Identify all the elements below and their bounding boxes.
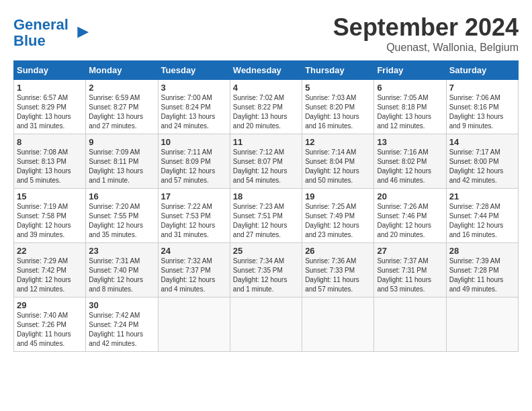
calendar-cell: 14Sunrise: 7:17 AM Sunset: 8:00 PM Dayli…	[446, 134, 518, 189]
day-info: Sunrise: 7:20 AM Sunset: 7:55 PM Dayligh…	[89, 202, 154, 240]
day-number: 14	[449, 137, 515, 147]
calendar-cell: 13Sunrise: 7:16 AM Sunset: 8:02 PM Dayli…	[374, 134, 446, 189]
day-number: 30	[89, 300, 154, 310]
day-number: 1	[17, 83, 83, 93]
header-tuesday: Tuesday	[158, 61, 230, 80]
day-info: Sunrise: 7:36 AM Sunset: 7:33 PM Dayligh…	[305, 257, 371, 294]
day-number: 12	[305, 137, 371, 147]
svg-marker-0	[77, 27, 89, 38]
calendar-week-3: 15Sunrise: 7:19 AM Sunset: 7:58 PM Dayli…	[14, 189, 519, 243]
calendar-header: Sunday Monday Tuesday Wednesday Thursday…	[14, 61, 519, 80]
day-info: Sunrise: 7:08 AM Sunset: 8:13 PM Dayligh…	[17, 148, 83, 185]
day-info: Sunrise: 7:34 AM Sunset: 7:35 PM Dayligh…	[233, 257, 299, 294]
calendar-cell: 23Sunrise: 7:31 AM Sunset: 7:40 PM Dayli…	[86, 243, 158, 298]
day-number: 21	[449, 191, 515, 201]
calendar-cell: 12Sunrise: 7:14 AM Sunset: 8:04 PM Dayli…	[302, 134, 374, 189]
day-number: 27	[377, 246, 443, 256]
day-info: Sunrise: 7:23 AM Sunset: 7:51 PM Dayligh…	[233, 202, 299, 240]
calendar-cell: 10Sunrise: 7:11 AM Sunset: 8:09 PM Dayli…	[158, 134, 230, 189]
day-info: Sunrise: 7:37 AM Sunset: 7:31 PM Dayligh…	[377, 257, 443, 294]
day-info: Sunrise: 7:22 AM Sunset: 7:53 PM Dayligh…	[161, 202, 227, 240]
day-number: 5	[305, 83, 371, 93]
calendar-cell: 19Sunrise: 7:25 AM Sunset: 7:49 PM Dayli…	[302, 189, 374, 243]
day-number: 13	[377, 137, 443, 147]
logo-line1: General	[13, 16, 69, 33]
calendar-week-1: 1Sunrise: 6:57 AM Sunset: 8:29 PM Daylig…	[14, 80, 519, 134]
day-number: 9	[89, 137, 154, 147]
calendar-cell	[302, 298, 374, 352]
day-number: 19	[305, 191, 371, 201]
day-number: 3	[161, 83, 227, 93]
day-number: 29	[17, 300, 83, 310]
day-number: 2	[89, 83, 154, 93]
calendar-cell: 21Sunrise: 7:28 AM Sunset: 7:44 PM Dayli…	[446, 189, 518, 243]
calendar-cell: 27Sunrise: 7:37 AM Sunset: 7:31 PM Dayli…	[374, 243, 446, 298]
calendar-cell	[230, 298, 302, 352]
day-info: Sunrise: 7:26 AM Sunset: 7:46 PM Dayligh…	[377, 202, 443, 240]
calendar-cell: 29Sunrise: 7:40 AM Sunset: 7:26 PM Dayli…	[14, 298, 86, 352]
calendar-cell: 11Sunrise: 7:12 AM Sunset: 8:07 PM Dayli…	[230, 134, 302, 189]
logo-text: General Blue	[13, 17, 90, 49]
header: General Blue September 2024 Quenast, Wal…	[13, 13, 519, 54]
calendar-cell: 16Sunrise: 7:20 AM Sunset: 7:55 PM Dayli…	[86, 189, 158, 243]
day-info: Sunrise: 7:11 AM Sunset: 8:09 PM Dayligh…	[161, 148, 227, 185]
calendar-week-4: 22Sunrise: 7:29 AM Sunset: 7:42 PM Dayli…	[14, 243, 519, 298]
calendar-cell	[446, 298, 518, 352]
day-info: Sunrise: 7:16 AM Sunset: 8:02 PM Dayligh…	[377, 148, 443, 185]
calendar-cell: 15Sunrise: 7:19 AM Sunset: 7:58 PM Dayli…	[14, 189, 86, 243]
header-row: Sunday Monday Tuesday Wednesday Thursday…	[14, 61, 519, 80]
header-sunday: Sunday	[14, 61, 86, 80]
day-info: Sunrise: 7:17 AM Sunset: 8:00 PM Dayligh…	[449, 148, 515, 185]
day-number: 10	[161, 137, 227, 147]
day-info: Sunrise: 7:32 AM Sunset: 7:37 PM Dayligh…	[161, 257, 227, 294]
calendar-cell: 24Sunrise: 7:32 AM Sunset: 7:37 PM Dayli…	[158, 243, 230, 298]
day-info: Sunrise: 7:40 AM Sunset: 7:26 PM Dayligh…	[17, 311, 83, 349]
day-info: Sunrise: 7:06 AM Sunset: 8:16 PM Dayligh…	[449, 93, 515, 131]
day-number: 16	[89, 191, 154, 201]
day-number: 7	[449, 83, 515, 93]
day-info: Sunrise: 7:42 AM Sunset: 7:24 PM Dayligh…	[89, 311, 154, 349]
calendar-cell	[158, 298, 230, 352]
day-number: 22	[17, 246, 83, 256]
day-number: 24	[161, 246, 227, 256]
day-number: 18	[233, 191, 299, 201]
calendar-cell: 2Sunrise: 6:59 AM Sunset: 8:27 PM Daylig…	[86, 80, 158, 134]
day-number: 20	[377, 191, 443, 201]
calendar-cell: 22Sunrise: 7:29 AM Sunset: 7:42 PM Dayli…	[14, 243, 86, 298]
day-info: Sunrise: 7:05 AM Sunset: 8:18 PM Dayligh…	[377, 93, 443, 131]
location-subtitle: Quenast, Wallonia, Belgium	[333, 42, 519, 54]
day-info: Sunrise: 6:59 AM Sunset: 8:27 PM Dayligh…	[89, 93, 154, 131]
day-number: 17	[161, 191, 227, 201]
header-saturday: Saturday	[446, 61, 518, 80]
day-number: 6	[377, 83, 443, 93]
calendar-cell: 17Sunrise: 7:22 AM Sunset: 7:53 PM Dayli…	[158, 189, 230, 243]
calendar-cell: 30Sunrise: 7:42 AM Sunset: 7:24 PM Dayli…	[86, 298, 158, 352]
day-number: 4	[233, 83, 299, 93]
calendar-cell	[374, 298, 446, 352]
calendar-cell: 8Sunrise: 7:08 AM Sunset: 8:13 PM Daylig…	[14, 134, 86, 189]
day-info: Sunrise: 6:57 AM Sunset: 8:29 PM Dayligh…	[17, 93, 83, 131]
month-title: September 2024	[333, 13, 519, 42]
calendar-cell: 5Sunrise: 7:03 AM Sunset: 8:20 PM Daylig…	[302, 80, 374, 134]
title-area: September 2024 Quenast, Wallonia, Belgiu…	[333, 13, 519, 54]
day-info: Sunrise: 7:28 AM Sunset: 7:44 PM Dayligh…	[449, 202, 515, 240]
day-number: 26	[305, 246, 371, 256]
header-wednesday: Wednesday	[230, 61, 302, 80]
calendar-week-2: 8Sunrise: 7:08 AM Sunset: 8:13 PM Daylig…	[14, 134, 519, 189]
day-info: Sunrise: 7:09 AM Sunset: 8:11 PM Dayligh…	[89, 148, 154, 185]
day-info: Sunrise: 7:39 AM Sunset: 7:28 PM Dayligh…	[449, 257, 515, 294]
calendar-body: 1Sunrise: 6:57 AM Sunset: 8:29 PM Daylig…	[14, 80, 519, 352]
calendar-cell: 20Sunrise: 7:26 AM Sunset: 7:46 PM Dayli…	[374, 189, 446, 243]
calendar-cell: 18Sunrise: 7:23 AM Sunset: 7:51 PM Dayli…	[230, 189, 302, 243]
logo: General Blue	[13, 17, 90, 49]
header-monday: Monday	[86, 61, 158, 80]
day-number: 15	[17, 191, 83, 201]
logo-line2: Blue	[13, 32, 46, 49]
day-number: 28	[449, 246, 515, 256]
logo-icon	[71, 24, 90, 42]
calendar-cell: 7Sunrise: 7:06 AM Sunset: 8:16 PM Daylig…	[446, 80, 518, 134]
calendar-cell: 6Sunrise: 7:05 AM Sunset: 8:18 PM Daylig…	[374, 80, 446, 134]
calendar-cell: 25Sunrise: 7:34 AM Sunset: 7:35 PM Dayli…	[230, 243, 302, 298]
day-info: Sunrise: 7:31 AM Sunset: 7:40 PM Dayligh…	[89, 257, 154, 294]
day-info: Sunrise: 7:19 AM Sunset: 7:58 PM Dayligh…	[17, 202, 83, 240]
